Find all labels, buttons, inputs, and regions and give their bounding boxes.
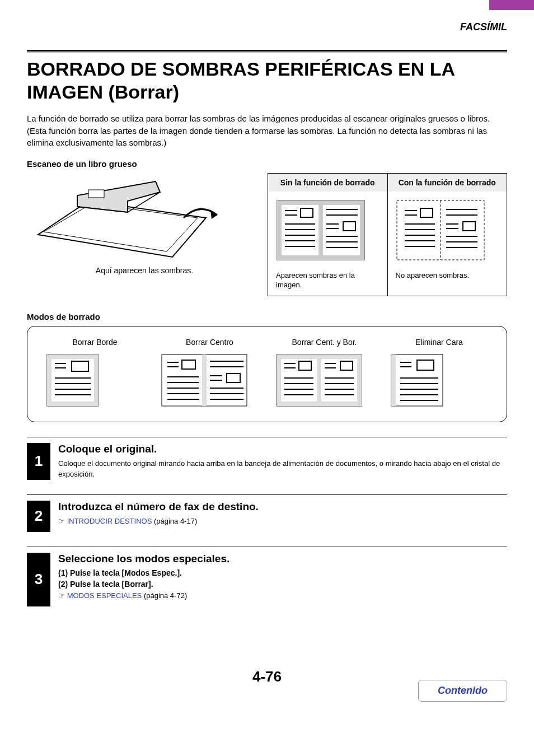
- step-divider: [27, 547, 507, 547]
- svg-rect-47: [47, 354, 51, 406]
- book-scan-illustration: Aquí aparecen las sombras.: [27, 173, 262, 275]
- mode-side-label: Eliminar Cara: [389, 338, 490, 347]
- step-2-title: Introduzca el número de fax de destino.: [58, 501, 507, 513]
- modes-subheading: Modos de borrado: [27, 312, 507, 321]
- svg-rect-78: [357, 354, 362, 406]
- result-with-erase-icon: [396, 199, 485, 261]
- contents-button[interactable]: Contenido: [418, 680, 507, 702]
- compare-head-without: Sin la función de borrado: [268, 174, 388, 192]
- svg-rect-51: [72, 361, 88, 371]
- svg-rect-9: [318, 200, 323, 260]
- step-3: 3 Seleccione los modos especiales. (1) P…: [27, 553, 507, 606]
- step-2: 2 Introduzca el número de fax de destino…: [27, 501, 507, 532]
- mode-edge-center-label: Borrar Cent. y Bor.: [274, 338, 375, 347]
- step-3-title: Seleccione los modos especiales.: [58, 553, 507, 565]
- mode-side: Eliminar Cara: [389, 338, 490, 408]
- step-3-number: 3: [27, 553, 50, 606]
- svg-rect-98: [417, 360, 434, 370]
- mode-edge-center: Borrar Cent. y Bor.: [274, 338, 375, 408]
- erase-modes-box: Borrar Borde Borrar Centro: [27, 326, 507, 422]
- step-2-link[interactable]: INTRODUCIR DESTINOS: [67, 517, 152, 525]
- page-content: FACSÍMIL BORRADO DE SOMBRAS PERIFÉRICAS …: [0, 10, 534, 718]
- svg-rect-30: [420, 208, 433, 217]
- section-tab: [489, 0, 534, 10]
- step-3-sub1: (1) Pulse la tecla [Modos Espec.].: [58, 568, 507, 577]
- svg-rect-8: [360, 200, 364, 260]
- step-divider: [27, 494, 507, 495]
- svg-marker-3: [210, 210, 217, 219]
- intro-paragraph: La función de borrado se utiliza para bo…: [27, 113, 507, 149]
- comparison-table: Sin la función de borrado Con la función…: [268, 173, 507, 296]
- result-without-erase-icon: [276, 199, 366, 261]
- pointer-icon: ☞: [58, 517, 65, 525]
- page-title: BORRADO DE SOMBRAS PERIFÉRICAS EN LA IMA…: [27, 58, 507, 104]
- svg-rect-57: [202, 354, 207, 406]
- mode-center-icon: [160, 352, 249, 408]
- svg-rect-40: [463, 222, 475, 231]
- svg-rect-45: [47, 354, 99, 359]
- svg-rect-89: [340, 361, 353, 370]
- mode-center: Borrar Centro: [160, 338, 260, 408]
- step-2-number: 2: [27, 501, 50, 532]
- step-1: 1 Coloque el original. Coloque el docume…: [27, 443, 507, 480]
- title-rule: [27, 50, 507, 53]
- svg-rect-60: [182, 360, 195, 369]
- svg-rect-77: [277, 354, 281, 406]
- step-3-link[interactable]: MODOS ESPECIALES: [67, 591, 142, 600]
- svg-rect-46: [47, 402, 99, 406]
- pointer-icon: ☞: [58, 591, 65, 600]
- svg-rect-7: [277, 200, 282, 260]
- section-label: FACSÍMIL: [27, 21, 507, 33]
- book-on-scanner-icon: [27, 173, 228, 263]
- svg-rect-22: [343, 222, 355, 231]
- svg-rect-2: [88, 190, 104, 198]
- svg-rect-48: [94, 354, 99, 406]
- top-tab-strip: [0, 0, 534, 10]
- svg-rect-70: [227, 374, 240, 382]
- scan-caption: Aquí aparecen las sombras.: [27, 266, 262, 275]
- mode-edge: Borrar Borde: [45, 338, 146, 408]
- svg-rect-82: [299, 361, 311, 370]
- mode-center-label: Borrar Centro: [160, 338, 260, 347]
- step-divider: [27, 437, 507, 437]
- svg-rect-95: [391, 354, 396, 406]
- step-2-link-suffix: (página 4-17): [152, 517, 197, 525]
- mode-edge-icon: [45, 352, 101, 408]
- compare-head-with: Con la función de borrado: [388, 174, 507, 192]
- mode-edge-label: Borrar Borde: [45, 338, 146, 347]
- compare-note-with: No aparecen sombras.: [396, 271, 499, 281]
- page-number: 4-76: [252, 668, 282, 685]
- compare-note-without: Aparecen sombras en la imagen.: [276, 271, 380, 290]
- step-1-title: Coloque el original.: [58, 443, 507, 455]
- scan-subheading: Escaneo de un libro grueso: [27, 159, 507, 169]
- step-3-sub2: (2) Pulse la tecla [Borrar].: [58, 580, 507, 589]
- svg-rect-12: [301, 208, 313, 217]
- mode-side-icon: [389, 352, 445, 408]
- step-1-number: 1: [27, 443, 50, 480]
- svg-rect-79: [317, 354, 321, 406]
- step-3-link-suffix: (página 4-72): [142, 591, 187, 600]
- mode-edge-center-icon: [274, 352, 364, 408]
- step-1-text: Coloque el documento original mirando ha…: [58, 459, 507, 480]
